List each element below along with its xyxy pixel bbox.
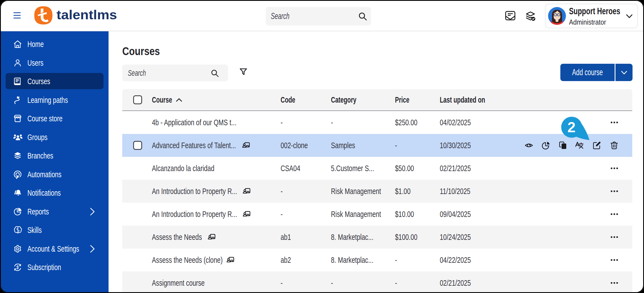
svg-text:2: 2	[568, 119, 576, 135]
